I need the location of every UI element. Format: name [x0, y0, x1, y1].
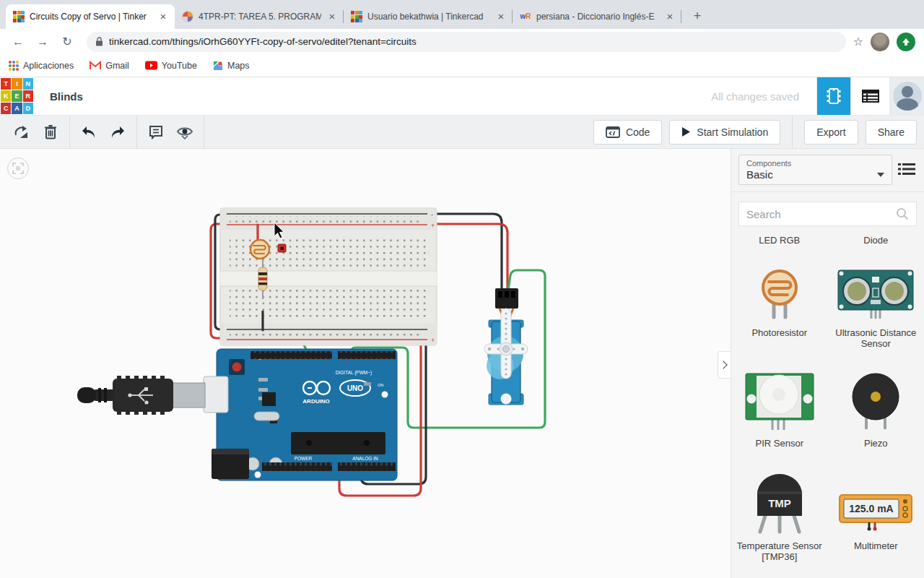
design-title[interactable]: Blinds — [50, 90, 83, 103]
component-label-led-rgb[interactable]: LED RGB — [731, 235, 828, 248]
piezo-icon — [850, 373, 901, 432]
bookmark-apps[interactable]: Aplicaciones — [9, 61, 74, 71]
components-category-dropdown[interactable]: Components Basic — [738, 155, 892, 185]
view-button[interactable] — [170, 120, 199, 144]
wordreference-favicon-icon: wR — [520, 11, 531, 22]
bookmark-label: Aplicaciones — [23, 61, 74, 71]
moodle-favicon-icon — [182, 11, 193, 22]
component-label: Piezo — [864, 439, 888, 449]
redo-button[interactable] — [103, 120, 132, 144]
component-piezo[interactable]: Piezo — [828, 368, 924, 449]
export-button[interactable]: Export — [804, 120, 858, 144]
save-status: All changes saved — [711, 90, 799, 103]
tinkercad-logo[interactable]: TIN KER CAD — [0, 77, 34, 115]
browser-profile-avatar[interactable] — [871, 33, 889, 51]
wire-red-servo[interactable] — [426, 224, 507, 290]
arduino-uno[interactable]: DIGITAL (PWM~) ARDUINO UNO ON — [212, 349, 397, 480]
forward-icon[interactable]: → — [33, 35, 52, 48]
multimeter-icon: 125.0 mA — [839, 494, 912, 535]
tab-circuits[interactable]: Circuits Copy of Servo | Tinker × — [6, 4, 175, 29]
breadboard[interactable]: + - + — [220, 208, 437, 345]
eye-icon — [176, 125, 193, 139]
svg-text:POWER: POWER — [295, 456, 313, 461]
delete-button[interactable] — [36, 120, 65, 144]
circuit-canvas[interactable]: + - + — [0, 149, 731, 578]
reload-icon[interactable]: ↻ — [58, 35, 77, 48]
code-icon — [606, 126, 620, 138]
list-view-button[interactable] — [850, 77, 889, 115]
tab-tinkercad-user[interactable]: Usuario bekathwia | Tinkercad × — [344, 4, 513, 29]
export-label: Export — [816, 126, 845, 138]
browser-tab-strip: Circuits Copy of Servo | Tinker × 4TPR-P… — [0, 0, 924, 29]
address-bar[interactable]: tinkercad.com/things/iOrhG60YYFt-copy-of… — [87, 32, 846, 52]
zoom-to-fit-button[interactable] — [7, 158, 29, 179]
photoresistor-icon — [756, 269, 803, 322]
code-button[interactable]: Code — [593, 120, 662, 144]
ultrasonic-icon — [837, 269, 914, 322]
code-label: Code — [626, 126, 650, 138]
tab-title: Usuario bekathwia | Tinkercad — [367, 12, 490, 22]
tinkercad-favicon-icon — [351, 11, 362, 22]
component-list-view-button[interactable] — [898, 155, 917, 179]
photoresistor[interactable] — [250, 240, 269, 259]
component-pir[interactable]: PIR Sensor — [731, 368, 828, 449]
panel-collapse-button[interactable] — [718, 351, 731, 379]
undo-button[interactable] — [74, 120, 103, 144]
component-search[interactable] — [738, 202, 917, 226]
user-menu[interactable] — [889, 77, 924, 115]
start-simulation-button[interactable]: Start Simulation — [669, 120, 780, 144]
component-label: Temperature Sensor [TMP36] — [737, 541, 822, 563]
share-button[interactable]: Share — [866, 120, 917, 144]
bookmark-gmail[interactable]: Gmail — [90, 61, 129, 71]
chevron-down-icon — [877, 173, 884, 177]
pir-sensor-icon — [745, 373, 814, 432]
bookmark-label: Gmail — [105, 61, 129, 71]
servo-motor[interactable] — [484, 288, 528, 405]
component-multimeter[interactable]: 125.0 mA Multimeter — [828, 471, 924, 563]
notes-button[interactable] — [141, 120, 170, 144]
svg-text:ON: ON — [378, 383, 383, 387]
svg-text:ARDUINO: ARDUINO — [302, 398, 329, 405]
component-ultrasonic[interactable]: Ultrasonic Distance Sensor — [828, 258, 924, 350]
tab-close-icon[interactable]: × — [326, 11, 338, 22]
new-tab-button[interactable]: + — [687, 6, 707, 26]
led[interactable] — [278, 244, 286, 252]
svg-text:ANALOG IN: ANALOG IN — [352, 456, 378, 461]
wire-black-servo[interactable] — [426, 214, 502, 290]
svg-text:+: + — [431, 222, 435, 229]
bookmark-maps[interactable]: Maps — [213, 61, 250, 71]
tmp36-icon: TMP — [754, 474, 805, 535]
browser-navbar: ← → ↻ tinkercad.com/things/iOrhG60YYFt-c… — [0, 29, 924, 54]
circuit-view-button[interactable] — [816, 77, 850, 115]
zoom-fit-icon — [12, 163, 24, 174]
component-label: Ultrasonic Distance Sensor — [833, 328, 918, 350]
url-text: tinkercad.com/things/iOrhG60YYFt-copy-of… — [109, 36, 417, 47]
chip-icon — [826, 87, 842, 105]
start-simulation-label: Start Simulation — [697, 126, 768, 138]
component-label-diode[interactable]: Diode — [828, 235, 924, 248]
search-input[interactable] — [746, 208, 896, 220]
rotate-button[interactable] — [7, 120, 36, 144]
maps-icon — [213, 61, 223, 71]
back-icon[interactable]: ← — [9, 35, 27, 48]
svg-text:DIGITAL (PWM~): DIGITAL (PWM~) — [336, 370, 372, 376]
tab-wordreference[interactable]: wR persiana - Diccionario Inglés-E × — [513, 4, 681, 29]
play-icon — [681, 126, 691, 137]
trash-icon — [44, 124, 57, 139]
tab-moodle[interactable]: 4TPR-PT: TAREA 5. PROGRAM × — [175, 4, 344, 29]
update-icon[interactable] — [897, 33, 915, 51]
svg-text:TMP: TMP — [768, 497, 791, 509]
tab-close-icon[interactable]: × — [157, 11, 169, 22]
tab-close-icon[interactable]: × — [664, 11, 676, 22]
component-grid: LED RGB Diode Photoresistor — [731, 235, 924, 563]
list-icon — [898, 162, 915, 176]
bookmark-youtube[interactable]: YouTube — [145, 61, 197, 71]
component-tmp36[interactable]: TMP Temperature Sensor [TMP36] — [731, 471, 828, 563]
component-photoresistor[interactable]: Photoresistor — [731, 258, 828, 350]
bookmark-star-icon[interactable]: ☆ — [853, 35, 863, 48]
usb-cable[interactable] — [77, 376, 228, 415]
note-icon — [149, 125, 163, 139]
tab-close-icon[interactable]: × — [495, 11, 507, 22]
components-panel: Components Basic LED RGB — [731, 149, 924, 578]
category-value: Basic — [746, 168, 877, 181]
